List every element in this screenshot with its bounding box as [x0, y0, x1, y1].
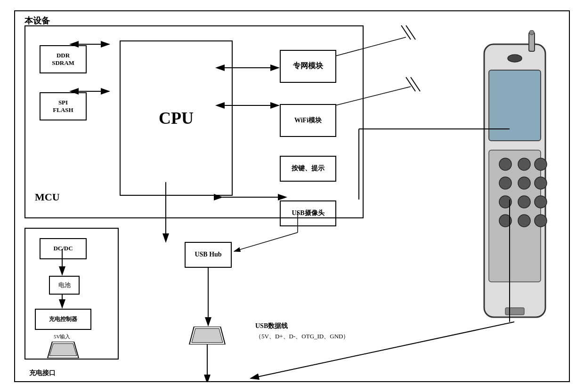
box-usb-cam: USB摄像头 [280, 200, 336, 226]
label-charging-port: 充电接口 [29, 369, 56, 377]
box-usb-hub: USB Hub [185, 242, 232, 268]
svg-line-40 [234, 232, 298, 251]
svg-point-16 [499, 196, 511, 208]
label-mcu: MCU [35, 191, 60, 203]
svg-rect-22 [505, 308, 524, 315]
box-battery: 电池 [49, 276, 80, 295]
svg-point-20 [518, 215, 530, 227]
box-wifi: WiFi模块 [280, 104, 336, 137]
box-zhuanwang: 专网模块 [280, 50, 336, 83]
svg-point-6 [529, 30, 534, 35]
svg-point-18 [535, 196, 547, 208]
box-dcdc: DC/DC [40, 238, 87, 259]
label-usb-data: USB数据线 [255, 322, 288, 330]
svg-line-33 [406, 77, 415, 91]
svg-point-17 [518, 196, 530, 208]
svg-line-34 [411, 77, 420, 91]
svg-point-14 [518, 177, 530, 189]
usb-connector-main [188, 327, 226, 346]
label-bendishe: 本设备 [24, 15, 50, 26]
svg-point-21 [535, 215, 547, 227]
label-usb-data-detail: （5V、D+、D-、OTG_ID、GND） [255, 332, 349, 341]
box-ddr: DDR SDRAM [40, 45, 87, 73]
svg-line-31 [406, 25, 415, 40]
box-power: DC/DC 电池 充电控制器 5V输入 [24, 228, 119, 360]
svg-marker-1 [49, 344, 77, 356]
phone-illustration [479, 30, 555, 369]
box-cpu: CPU [120, 40, 233, 196]
svg-point-15 [535, 177, 547, 189]
svg-rect-5 [529, 32, 535, 51]
svg-point-11 [518, 158, 530, 170]
box-mcu: DDR SDRAM SPI FLASH CPU MCU 专网模块 WiFi模块 … [24, 25, 364, 218]
usb-connector-charger [47, 342, 80, 360]
box-spi: SPI FLASH [40, 92, 87, 120]
svg-point-19 [499, 215, 511, 227]
svg-rect-8 [489, 70, 541, 141]
diagram-container: 本设备 DDR SDRAM SPI FLASH CPU MCU 专网模块 WiF… [14, 10, 570, 382]
svg-marker-3 [192, 328, 223, 343]
label-5vin: 5V输入 [54, 333, 70, 340]
svg-point-13 [499, 177, 511, 189]
svg-line-43 [251, 322, 514, 378]
svg-line-30 [401, 25, 411, 40]
box-anjian: 按键、提示 [280, 156, 336, 182]
box-charger: 充电控制器 [35, 309, 91, 330]
svg-point-12 [535, 158, 547, 170]
svg-point-7 [508, 55, 522, 62]
svg-point-10 [499, 158, 511, 170]
svg-rect-9 [489, 150, 541, 282]
